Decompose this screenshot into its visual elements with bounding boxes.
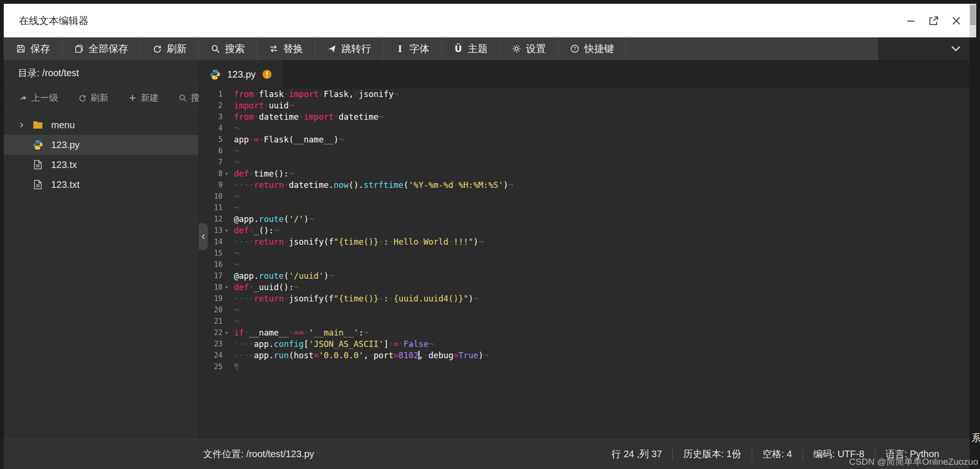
code-line-5[interactable]: 5app·=·Flask(__name__)¬ (199, 134, 970, 145)
code-line-1[interactable]: 1from·flask·import·Flask,·jsonify¬ (199, 88, 970, 100)
code-line-22[interactable]: 22▾if·__name__·==·'__main__':¬ (199, 327, 970, 338)
fold-toggle-icon[interactable]: ▾ (223, 327, 234, 338)
tree-item-menu[interactable]: menu (4, 115, 198, 135)
code-line-10[interactable]: 10¬ (199, 191, 970, 202)
close-button[interactable] (951, 15, 962, 27)
fold-toggle-icon[interactable]: ▾ (223, 168, 234, 179)
search-icon (211, 44, 220, 53)
clipped-edge-text: 系 (971, 432, 980, 444)
tree-item-123.py[interactable]: 123.py (4, 135, 198, 155)
tree-chevron-spacer (18, 141, 32, 149)
tree-expand-icon[interactable] (18, 121, 32, 129)
code-line-20[interactable]: 20¬ (199, 304, 970, 316)
sidebar-action-label: 新建 (141, 92, 159, 104)
line-number: 10 (199, 191, 223, 202)
tree-chevron-spacer (18, 161, 32, 168)
line-number: 18 (199, 282, 223, 293)
code-text: ····return·jsonify(f"{time()}·:·Hello·Wo… (234, 236, 483, 248)
code-line-25[interactable]: 25¶ (199, 361, 970, 372)
line-number: 1 (199, 88, 223, 100)
code-line-4[interactable]: 4¬ (199, 123, 970, 134)
code-line-14[interactable]: 14····return·jsonify(f"{time()}·:·Hello·… (199, 236, 970, 248)
editor-main: 123.py 1from·flask·import·Flask,·jsonify… (199, 60, 970, 439)
code-line-23[interactable]: 23····app.config['JSON_AS_ASCII']·=·Fals… (199, 338, 970, 350)
code-line-15[interactable]: 15¬ (199, 248, 970, 259)
code-line-16[interactable]: 16¬ (199, 259, 970, 270)
code-line-2[interactable]: 2import·uuid¬ (199, 100, 970, 111)
code-text: ¶ (234, 361, 239, 372)
theme-icon: Ü (454, 44, 463, 53)
code-text: ····return·datetime.now().strftime('%Y-%… (234, 179, 513, 191)
line-number: 11 (199, 202, 223, 213)
code-text: from·flask·import·Flask,·jsonify¬ (234, 88, 399, 100)
toolbar-button-theme[interactable]: Ü主题 (442, 37, 500, 60)
toolbar-button-replace[interactable]: 替换 (257, 37, 315, 60)
fold-spacer (223, 304, 234, 316)
fold-spacer (223, 236, 234, 248)
code-line-7[interactable]: 7¬ (199, 157, 970, 168)
desktop-background: 在线文本编辑器 保存全部保存刷新搜索替换跳转行I字体Ü主题设置?快捷键 目录: … (0, 0, 980, 469)
code-line-6[interactable]: 6¬ (199, 145, 970, 157)
fold-toggle-icon[interactable]: ▾ (223, 225, 234, 236)
toolbar-button-search[interactable]: 搜索 (199, 37, 257, 60)
toolbar-button-shortcuts[interactable]: ?快捷键 (558, 37, 626, 60)
toolbar-collapse-button[interactable] (949, 42, 963, 56)
toolbar-button-goto-line[interactable]: 跳转行 (315, 37, 383, 60)
fold-spacer (223, 259, 234, 270)
fold-spacer (223, 88, 234, 100)
line-number: 5 (199, 134, 223, 145)
sidebar-action-up-level[interactable]: 上一级 (19, 92, 58, 104)
code-line-12[interactable]: 12@app.route('/')¬ (199, 213, 970, 225)
file-icon (32, 159, 44, 170)
save-icon (16, 44, 26, 53)
line-number: 9 (199, 179, 223, 191)
code-editor[interactable]: 1from·flask·import·Flask,·jsonify¬2impor… (199, 88, 970, 439)
code-text: ¬ (234, 316, 239, 327)
line-number: 17 (199, 270, 223, 282)
window-titlebar: 在线文本编辑器 (4, 4, 970, 37)
code-text: ····app.config['JSON_AS_ASCII']·=·False¬ (234, 338, 434, 350)
fold-spacer (223, 350, 234, 361)
line-number: 24 (199, 350, 223, 361)
sidebar-action-refresh[interactable]: 刷新 (78, 92, 108, 104)
fold-spacer (223, 248, 234, 259)
browser-scrollbar[interactable] (970, 4, 976, 37)
toolbar-button-refresh[interactable]: 刷新 (141, 37, 199, 60)
code-line-18[interactable]: 18▾def·_uuid():¬ (199, 282, 970, 293)
tree-item-123.tx[interactable]: 123.tx (4, 155, 198, 175)
fold-spacer (223, 191, 234, 202)
code-line-3[interactable]: 3from·datetime·import·datetime¬ (199, 111, 970, 123)
fold-toggle-icon[interactable]: ▾ (223, 282, 234, 293)
code-line-19[interactable]: 19····return·jsonify(f"{time()}·:·{uuid.… (199, 293, 970, 304)
line-number: 20 (199, 304, 223, 316)
maximize-button[interactable] (928, 15, 939, 27)
code-line-8[interactable]: 8▾def·time():¬ (199, 168, 970, 179)
file-tree: menu123.py123.tx123.txt (4, 110, 198, 195)
tree-item-123.txt[interactable]: 123.txt (4, 175, 198, 195)
toolbar-button-label: 跳转行 (341, 42, 371, 55)
scrollbar-thumb[interactable] (970, 5, 976, 25)
code-line-13[interactable]: 13▾def·_():¬ (199, 225, 970, 236)
status-history-versions: 历史版本: 1份 (673, 448, 751, 460)
toolbar-button-save-all[interactable]: 全部保存 (62, 37, 141, 60)
sidebar-action-new[interactable]: 新建 (128, 92, 159, 104)
file-icon (32, 179, 44, 190)
fold-spacer (223, 202, 234, 213)
code-line-21[interactable]: 21¬ (199, 316, 970, 327)
code-line-9[interactable]: 9····return·datetime.now().strftime('%Y-… (199, 179, 970, 191)
line-number: 22 (199, 327, 223, 338)
code-line-24[interactable]: 24····app.run(host='0.0.0.0',·port=8102,… (199, 350, 970, 361)
sidebar-collapse-handle[interactable] (199, 223, 208, 250)
tab-123.py[interactable]: 123.py (199, 60, 283, 88)
code-text: @app.route('/')¬ (234, 213, 314, 225)
fold-spacer (223, 157, 234, 168)
code-line-17[interactable]: 17@app.route('/uuid')¬ (199, 270, 970, 282)
code-line-11[interactable]: 11¬ (199, 202, 970, 213)
toolbar-button-save[interactable]: 保存 (4, 37, 62, 60)
line-number: 3 (199, 111, 223, 123)
toolbar-button-font[interactable]: I字体 (383, 37, 442, 60)
toolbar-button-settings[interactable]: 设置 (500, 37, 558, 60)
toolbar-button-label: 替换 (283, 42, 303, 55)
minimize-button[interactable] (905, 15, 917, 27)
minimize-icon (905, 15, 917, 27)
